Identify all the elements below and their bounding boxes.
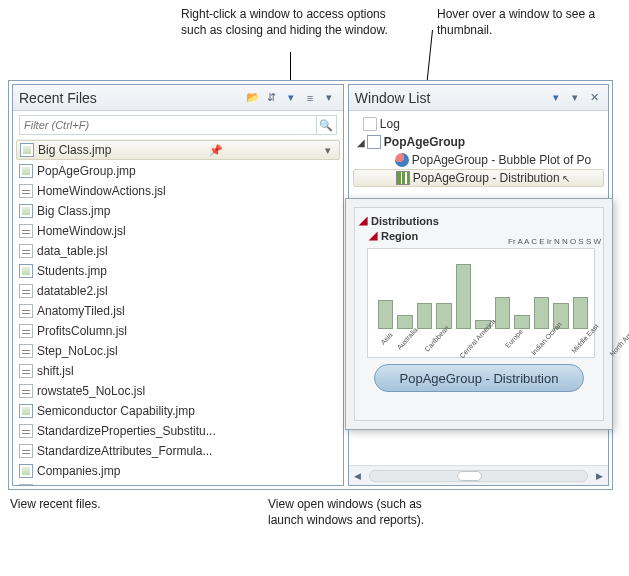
search-icon[interactable]: 🔍 xyxy=(317,115,337,135)
jsl-file-icon xyxy=(19,384,33,398)
jsl-file-icon xyxy=(19,344,33,358)
jmp-file-icon xyxy=(19,404,33,418)
file-row[interactable]: AnatomyTiled.jsl xyxy=(13,301,343,321)
section-label: Region xyxy=(381,230,418,242)
file-row[interactable]: HomeWindow.jsl xyxy=(13,221,343,241)
file-name: StandardizeProperties_Substitu... xyxy=(37,424,216,438)
list-options-icon[interactable]: ≡ xyxy=(302,90,318,106)
annotation-right-click: Right-click a window to access options s… xyxy=(181,6,391,38)
tree-item-bubble-plot[interactable]: PopAgeGroup - Bubble Plot of Po xyxy=(353,151,604,169)
disclosure-open-icon: ◢ xyxy=(359,214,367,227)
file-row[interactable]: Students.jmp xyxy=(13,261,343,281)
data-table-icon xyxy=(367,135,381,149)
file-row[interactable]: rowstate5_NoLoc.jsl xyxy=(13,381,343,401)
jmp-file-icon xyxy=(20,143,34,157)
file-row[interactable]: data_table.jsl xyxy=(13,241,343,261)
filter-funnel-icon[interactable]: ▾ xyxy=(283,90,299,106)
file-row[interactable]: ProfitsColumn.jsl xyxy=(13,321,343,341)
tooltip-body: ◢ Distributions ◢ Region AsiaAustraliaCa… xyxy=(354,207,604,421)
chevron-down-icon[interactable]: ▾ xyxy=(321,90,337,106)
chart-bar xyxy=(514,315,529,329)
tree-item-label: PopAgeGroup xyxy=(384,135,465,149)
pin-icon[interactable]: 📌 xyxy=(205,144,227,157)
scroll-left-icon[interactable]: ◀ xyxy=(349,467,367,485)
file-name: Step_NoLoc.jsl xyxy=(37,344,118,358)
scrollbar-thumb[interactable] xyxy=(457,471,482,481)
file-name: Companies.jmp xyxy=(37,464,120,478)
file-name: Semiconductor Capability.jmp xyxy=(37,404,195,418)
file-row[interactable]: HomeWindowActions.jsl xyxy=(13,181,343,201)
filter-input[interactable] xyxy=(19,115,317,135)
log-icon xyxy=(363,117,377,131)
recent-files-toolbar: 📂 ⇵ ▾ ≡ ▾ xyxy=(245,90,337,106)
jsl-file-icon xyxy=(19,484,33,485)
chart-bars xyxy=(378,257,588,329)
thumbnail-tooltip: ◢ Distributions ◢ Region AsiaAustraliaCa… xyxy=(345,198,613,430)
chevron-down-icon[interactable]: ▾ xyxy=(567,90,583,106)
frequency-table-strip: Fr A A C E Ir N N O S S W xyxy=(508,236,601,249)
jsl-file-icon xyxy=(19,184,33,198)
disclosure-open-icon[interactable]: ◢ xyxy=(357,137,367,148)
pinned-file-row[interactable]: Big Class.jmp 📌 ▾ xyxy=(16,140,340,160)
file-name: data_table.jsl xyxy=(37,244,108,258)
chart-bar xyxy=(573,297,588,329)
recent-files-header: Recent Files 📂 ⇵ ▾ ≡ ▾ xyxy=(13,85,343,111)
file-row[interactable]: Big Class.jmp xyxy=(13,201,343,221)
file-row[interactable]: ProfitsSalesColumns.jsl xyxy=(13,481,343,485)
window-list-toolbar: ▾ ▾ ✕ xyxy=(548,90,602,106)
file-name: ProfitsColumn.jsl xyxy=(37,324,127,338)
close-icon[interactable]: ✕ xyxy=(586,90,602,106)
chart-x-label: Indian Ocean xyxy=(529,321,578,371)
tree-item-label: Log xyxy=(380,117,400,131)
jsl-file-icon xyxy=(19,304,33,318)
file-row[interactable]: Step_NoLoc.jsl xyxy=(13,341,343,361)
distribution-chart: AsiaAustraliaCaribbeanCentral AmericaEur… xyxy=(367,248,595,358)
annotation-hover: Hover over a window to see a thumbnail. xyxy=(437,6,617,38)
jsl-file-icon xyxy=(19,444,33,458)
chart-bar xyxy=(397,315,412,329)
tree-item-distribution[interactable]: PopAgeGroup - Distribution ↖ xyxy=(353,169,604,187)
file-name: Big Class.jmp xyxy=(37,204,110,218)
jsl-file-icon xyxy=(19,284,33,298)
file-name: shift.jsl xyxy=(37,364,74,378)
file-row[interactable]: shift.jsl xyxy=(13,361,343,381)
annotation-open-windows: View open windows (such as launch window… xyxy=(268,496,458,528)
window-list-header: Window List ▾ ▾ ✕ xyxy=(349,85,608,111)
jsl-file-icon xyxy=(19,324,33,338)
file-name: rowstate5_NoLoc.jsl xyxy=(37,384,145,398)
chart-bar xyxy=(456,264,471,329)
jsl-file-icon xyxy=(19,224,33,238)
chevron-down-icon[interactable]: ▾ xyxy=(321,144,335,157)
scrollbar-track[interactable] xyxy=(369,470,588,482)
jmp-file-icon xyxy=(19,464,33,478)
jmp-file-icon xyxy=(19,204,33,218)
disclosure-open-icon: ◢ xyxy=(369,229,377,242)
horizontal-scrollbar[interactable]: ◀ ▶ xyxy=(349,465,608,485)
file-name: HomeWindowActions.jsl xyxy=(37,184,166,198)
file-row[interactable]: Companies.jmp xyxy=(13,461,343,481)
file-name: AnatomyTiled.jsl xyxy=(37,304,125,318)
filter-funnel-icon[interactable]: ▾ xyxy=(548,90,564,106)
cursor-arrow-icon: ↖ xyxy=(562,173,570,184)
file-row[interactable]: datatable2.jsl xyxy=(13,281,343,301)
jmp-file-icon xyxy=(19,264,33,278)
open-folder-icon[interactable]: 📂 xyxy=(245,90,261,106)
recent-files-title: Recent Files xyxy=(19,90,245,106)
chart-bar xyxy=(534,297,549,329)
file-row[interactable]: Semiconductor Capability.jmp xyxy=(13,401,343,421)
file-row[interactable]: StandardizeAttributes_Formula... xyxy=(13,441,343,461)
tree-item-root[interactable]: ◢ PopAgeGroup xyxy=(353,133,604,151)
pinned-file-name: Big Class.jmp xyxy=(38,143,111,157)
jsl-file-icon xyxy=(19,364,33,378)
recent-files-list: PopAgeGroup.jmpHomeWindowActions.jslBig … xyxy=(13,160,343,485)
file-name: ProfitsSalesColumns.jsl xyxy=(37,484,163,485)
file-name: StandardizeAttributes_Formula... xyxy=(37,444,212,458)
file-row[interactable]: StandardizeProperties_Substitu... xyxy=(13,421,343,441)
tree-item-label: PopAgeGroup - Bubble Plot of Po xyxy=(412,153,591,167)
scroll-right-icon[interactable]: ▶ xyxy=(590,467,608,485)
file-name: PopAgeGroup.jmp xyxy=(37,164,136,178)
jmp-file-icon xyxy=(19,164,33,178)
file-row[interactable]: PopAgeGroup.jmp xyxy=(13,161,343,181)
sort-icon[interactable]: ⇵ xyxy=(264,90,280,106)
tree-item-log[interactable]: Log xyxy=(353,115,604,133)
